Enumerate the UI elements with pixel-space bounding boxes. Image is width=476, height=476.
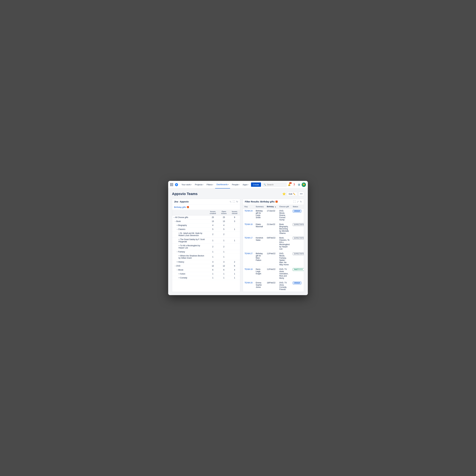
nav-filters[interactable]: Filters ▾ — [205, 181, 215, 188]
nav-apps[interactable]: Apps ▾ — [241, 181, 250, 188]
edit-button[interactable]: Edit ✏️ — [287, 192, 297, 196]
table-header-row: Issues created Open issues Issues closed — [172, 210, 240, 216]
status-cell: ORDER — [291, 209, 304, 222]
filter-table: Key Summary Birthday ▲ Choose gift Statu… — [243, 205, 304, 292]
projects-chevron: ▾ — [203, 184, 204, 186]
th-key: Key — [243, 205, 254, 209]
page-actions: ⭐ Edit ✏️ ••• — [282, 192, 304, 196]
help-button[interactable]: ❓ — [292, 183, 296, 187]
key-link[interactable]: TEAM-18 — [244, 268, 253, 270]
th-issues-created: Issues created — [207, 210, 219, 216]
open-issues-cell: 1 — [219, 272, 229, 276]
th-summary: Summary — [254, 205, 265, 209]
row-label: + History — [172, 260, 207, 264]
status-badge: EXPECTATION — [293, 223, 304, 226]
apps-chevron: ▾ — [248, 184, 249, 186]
avatar-image: 😊 — [303, 184, 305, 186]
birthday-cell: 17/Jan/22 — [265, 209, 278, 222]
status-cell: EXPECTATION — [291, 222, 304, 236]
right-panel-header: Filter Results: Birthday gifts 🎁 ⛶ ⤢ ↻ — [243, 199, 304, 205]
sort-arrow-icon: ▲ — [275, 206, 276, 207]
table-row: − Movie 6 6 4 — [172, 268, 240, 272]
nav-people[interactable]: People ▾ — [231, 181, 241, 188]
jira-logo[interactable] — [175, 183, 178, 187]
right-refresh-button[interactable]: ↻ — [300, 200, 302, 203]
open-issues-cell: 1 — [219, 250, 229, 254]
key-link[interactable]: TEAM-24 — [244, 210, 253, 212]
row-label: + The Great Gatsby by F. Scott Fitzgeral… — [172, 238, 207, 244]
th-birthday[interactable]: Birthday ▲ — [265, 205, 278, 209]
issues-closed-cell — [229, 223, 240, 227]
issues-created-cell: 1 — [207, 254, 219, 260]
issues-created-cell: 12 — [207, 264, 219, 268]
nav-dashboards[interactable]: Dashboards ▾ — [215, 181, 230, 188]
app-switcher-button[interactable] — [170, 183, 173, 186]
create-button[interactable]: Create — [251, 183, 261, 187]
issues-closed-cell: 4 — [229, 268, 240, 272]
birthday-cell: 11/Feb/22 — [265, 251, 278, 267]
nav-your-work[interactable]: Your work ▾ — [180, 181, 193, 188]
birthday-gifts-link[interactable]: Birthday gifts 🎁 — [172, 205, 240, 210]
key-link[interactable]: TEAM-27 — [244, 253, 253, 255]
table-row: − All Choose gifts 25 25 9 — [172, 216, 240, 220]
open-issues-cell: 25 — [219, 216, 229, 220]
nav-projects[interactable]: Projects ▾ — [194, 181, 205, 188]
issues-closed-cell — [229, 250, 240, 254]
filter-table-body: TEAM-24 Birthday gift for Leyla Smith 17… — [243, 209, 304, 292]
status-cell: ORDER — [291, 281, 304, 292]
issues-closed-cell — [229, 244, 240, 250]
table-row: − Classics 5 5 1 — [172, 227, 240, 231]
status-badge: EXPECTATION — [293, 253, 304, 255]
table-row: + History 3 3 2 — [172, 260, 240, 264]
more-options-button[interactable]: ••• — [298, 192, 304, 196]
edit-icon: ✏️ — [293, 193, 295, 195]
issues-created-cell: 1 — [207, 276, 219, 280]
star-button[interactable]: ⭐ — [282, 192, 286, 196]
right-panel-title: Filter Results: Birthday gifts 🎁 — [245, 200, 278, 203]
collapse-button[interactable]: ⤡ — [230, 200, 232, 203]
choose-gift-cell: DVD, Movie, Fantasy, Spider-Man: No Way … — [278, 251, 291, 267]
issues-created-cell: 1 — [207, 272, 219, 276]
filter-header-row: Key Summary Birthday ▲ Choose gift Statu… — [243, 205, 304, 209]
search-input[interactable] — [267, 183, 285, 186]
filter-table-row: TEAM-27 Birthday gift for Marc Patton 11… — [243, 251, 304, 267]
row-label: + Biography — [172, 223, 207, 227]
right-expand-button[interactable]: ⛶ — [293, 200, 296, 203]
open-issues-cell: 1 — [219, 238, 229, 244]
key-link[interactable]: TEAM-16 — [244, 223, 253, 225]
th-issues-closed: Issues closed — [229, 210, 240, 216]
filter-table-row: TEAM-18 Demi-Leigh Knight 11/Feb/22 DVD,… — [243, 267, 304, 281]
birthday-cell: 18/Feb/22 — [265, 281, 278, 292]
gear-icon: ⚙️ — [298, 183, 300, 186]
key-link[interactable]: TEAM-17 — [244, 237, 253, 239]
row-label: − Movie — [172, 268, 207, 272]
table-row: − Fantasy 1 1 — [172, 250, 240, 254]
right-maximize-button[interactable]: ⤢ — [297, 200, 299, 203]
dashboards-chevron: ▾ — [228, 184, 229, 185]
filter-table-row: TEAM-20 Emma Sophie Jones 18/Feb/22 DVD,… — [243, 281, 304, 292]
refresh-button[interactable]: ↻ — [236, 200, 238, 203]
browser-window: Your work ▾ Projects ▾ Filters ▾ Dashboa… — [168, 181, 308, 295]
right-panel: Filter Results: Birthday gifts 🎁 ⛶ ⤢ ↻ K… — [243, 199, 304, 292]
search-box[interactable]: 🔍 — [262, 183, 287, 187]
row-label: + To Kill a Mockingbird by Harper Lee — [172, 244, 207, 250]
maximize-button[interactable]: ⛶ — [233, 200, 235, 203]
status-badge: PARTYYYY — [293, 268, 304, 271]
people-chevron: ▾ — [239, 184, 239, 186]
issues-closed-cell: 9 — [229, 216, 240, 220]
status-cell: PARTYYYY — [291, 267, 304, 281]
your-work-chevron: ▾ — [191, 184, 192, 186]
open-issues-cell: 4 — [219, 223, 229, 227]
user-avatar[interactable]: 😊 — [302, 183, 306, 187]
table-row: + Action 1 1 1 — [172, 272, 240, 276]
status-badge: ORDER — [293, 282, 301, 284]
notifications-button[interactable]: 🔔 9+ — [287, 183, 291, 187]
table-row: − Book 13 13 3 — [172, 220, 240, 223]
issues-closed-cell: 6 — [229, 264, 240, 268]
row-label: − Classics — [172, 227, 207, 231]
settings-button[interactable]: ⚙️ — [297, 183, 301, 187]
key-link[interactable]: TEAM-20 — [244, 282, 253, 284]
row-label: + Where the Shadows Beckon by Gillian Gr… — [172, 254, 207, 260]
key-cell: TEAM-20 — [243, 281, 254, 292]
status-cell: EXPECTATION — [291, 251, 304, 267]
